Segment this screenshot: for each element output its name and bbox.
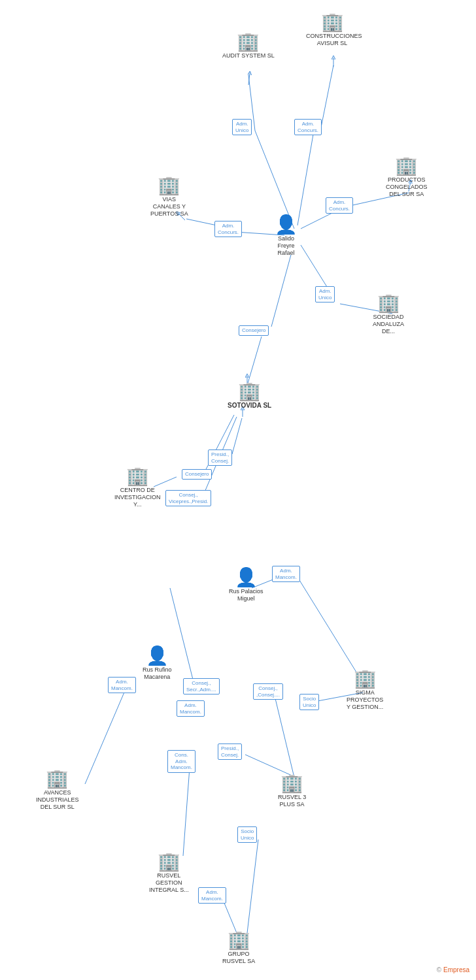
rusvel3-node: 🏢 RUSVEL 3PLUS SA — [278, 774, 306, 808]
adm-mancom-rusvel-badge[interactable]: Adm.Mancom. — [198, 887, 226, 904]
salido-freyre-node: 👤 SalidoFreyreRafael — [275, 216, 298, 256]
centro-icon: 🏢 — [126, 467, 149, 485]
adm-mancom-2-badge[interactable]: Adm.Mancom. — [108, 677, 136, 693]
adm-concurs-2-badge[interactable]: Adm.Concurs. — [326, 197, 353, 214]
rus-rufino-node: 👤 Rus RufinoMacarena — [143, 647, 172, 681]
svg-line-11 — [247, 336, 262, 385]
cons-adm-badge[interactable]: Cons.Adm.Mancom. — [167, 750, 196, 773]
consejero-2-badge[interactable]: Consejero — [182, 469, 212, 480]
adm-concurs-1-badge[interactable]: Adm.Concurs. — [294, 119, 322, 135]
construcciones-icon: 🏢 — [321, 13, 344, 31]
productos-node: 🏢 PRODUCTOSCONGELADOSDEL SUR SA — [386, 157, 428, 197]
svg-line-13 — [203, 415, 234, 476]
rusvel-gestion-label: RUSVELGESTIONINTEGRAL S... — [149, 872, 189, 893]
avances-label: AVANCESINDUSTRIALESDEL SUR SL — [36, 789, 79, 810]
svg-line-10 — [271, 255, 291, 327]
consej-vicepres-badge[interactable]: Consej.,Vicepres.,Presid. — [165, 490, 211, 506]
rus-palacios-label: Rus PalaciosMiguel — [229, 588, 264, 602]
avances-icon: 🏢 — [46, 770, 69, 788]
svg-line-2 — [298, 131, 314, 225]
grupo-rusvel-node: 🏢 GRUPORUSVEL SA — [222, 931, 255, 965]
svg-line-24 — [247, 840, 258, 933]
sociedad-andaluza-icon: 🏢 — [377, 294, 400, 312]
consej-consej-badge[interactable]: Consej.,,Consej.... — [253, 683, 283, 700]
svg-line-23 — [183, 768, 190, 856]
productos-label: PRODUCTOSCONGELADOSDEL SUR SA — [386, 176, 428, 197]
consejero-1-badge[interactable]: Consejero — [239, 325, 269, 336]
audit-system-node: 🏢 AUDIT SYSTEM SL — [222, 33, 275, 59]
sotovida-node: 🏢 SOTOVIDA SL — [228, 382, 271, 410]
rusvel3-label: RUSVEL 3PLUS SA — [278, 794, 306, 808]
salido-freyre-label: SalidoFreyreRafael — [277, 235, 294, 256]
vias-canales-label: VIASCANALES YPUERTOS SA — [150, 196, 188, 217]
grupo-rusvel-icon: 🏢 — [228, 931, 250, 949]
rus-palacios-node: 👤 Rus PalaciosMiguel — [229, 568, 264, 602]
sigma-node: 🏢 SIGMAPROYECTOSY GESTION... — [347, 670, 383, 710]
presid-consej-badge[interactable]: Presid.,Consej. — [208, 449, 232, 466]
svg-line-16 — [296, 575, 363, 683]
svg-line-12 — [232, 418, 242, 454]
adm-mancom-3-inner[interactable]: Adm.Mancom. — [177, 700, 205, 717]
svg-line-20 — [275, 696, 294, 777]
rus-palacios-icon: 👤 — [235, 568, 258, 587]
sigma-label: SIGMAPROYECTOSY GESTION... — [347, 689, 383, 710]
rusvel3-icon: 🏢 — [280, 774, 303, 792]
adm-unico-2-badge[interactable]: Adm.Unico — [315, 286, 335, 302]
consej-secr-badge[interactable]: Consej.,Secr.,Adm.... — [183, 678, 220, 694]
adm-concurs-3-badge[interactable]: Adm.Concurs. — [214, 221, 242, 237]
svg-line-26 — [248, 73, 250, 85]
audit-system-icon: 🏢 — [237, 33, 260, 51]
diagram-canvas: 🏢 AUDIT SYSTEM SL 🏢 CONSTRUCCIONESAVISUR… — [0, 0, 476, 980]
rus-rufino-icon: 👤 — [146, 647, 169, 665]
socio-unico-1-badge[interactable]: SocioUnico — [299, 694, 319, 710]
grupo-rusvel-label: GRUPORUSVEL SA — [222, 951, 255, 965]
salido-freyre-icon: 👤 — [275, 216, 298, 234]
copyright: © Empresa — [437, 966, 469, 973]
rusvel-gestion-node: 🏢 RUSVELGESTIONINTEGRAL S... — [149, 853, 189, 893]
audit-system-label: AUDIT SYSTEM SL — [222, 52, 275, 59]
svg-line-18 — [85, 685, 128, 784]
productos-icon: 🏢 — [395, 157, 418, 175]
socio-unico-2-badge[interactable]: SocioUnico — [237, 826, 257, 843]
vias-canales-node: 🏢 VIASCANALES YPUERTOS SA — [150, 176, 188, 217]
avances-node: 🏢 AVANCESINDUSTRIALESDEL SUR SL — [36, 770, 79, 810]
svg-line-3 — [320, 65, 333, 131]
construcciones-label: CONSTRUCCIONESAVISUR SL — [306, 33, 358, 47]
brand-name: Empresa — [443, 966, 469, 973]
vias-canales-icon: 🏢 — [158, 176, 180, 195]
svg-line-19 — [170, 588, 193, 679]
sotovida-icon: 🏢 — [238, 382, 261, 400]
sigma-icon: 🏢 — [354, 670, 377, 688]
adm-unico-1-badge[interactable]: Adm.Unico — [232, 119, 252, 135]
presid-consej-2-badge[interactable]: Presid.,Consej. — [218, 743, 242, 760]
sociedad-andaluza-node: 🏢 SOCIEDADANDALUZADE... — [373, 294, 404, 335]
adm-mancom-1-badge[interactable]: Adm.Mancom. — [272, 566, 300, 582]
rusvel-gestion-icon: 🏢 — [158, 853, 180, 871]
centro-node: 🏢 CENTRO DEINVESTIGACIONY... — [114, 467, 161, 508]
centro-label: CENTRO DEINVESTIGACIONY... — [114, 487, 161, 508]
sociedad-andaluza-label: SOCIEDADANDALUZADE... — [373, 314, 404, 335]
sotovida-label: SOTOVIDA SL — [228, 402, 271, 410]
rus-rufino-label: Rus RufinoMacarena — [143, 666, 172, 681]
construcciones-node: 🏢 CONSTRUCCIONESAVISUR SL — [306, 13, 358, 47]
